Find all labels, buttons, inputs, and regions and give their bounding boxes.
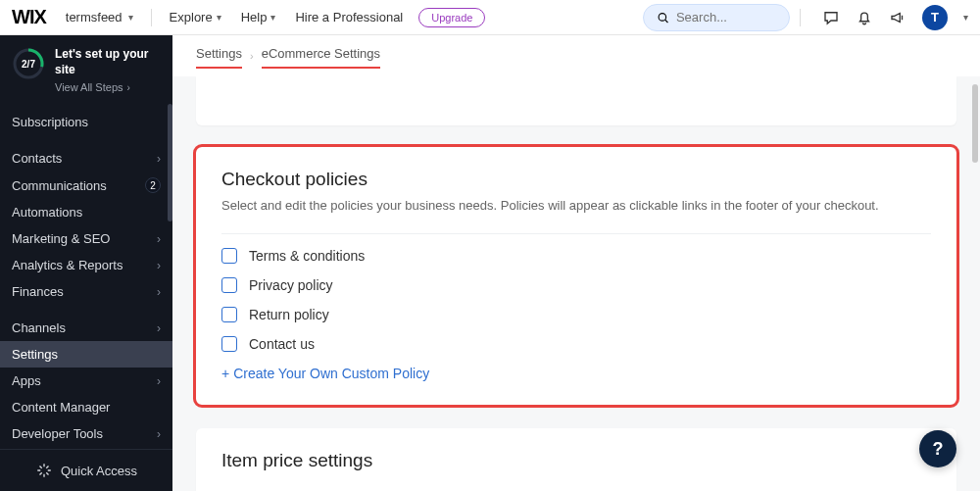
- chevron-right-icon: ›: [127, 82, 130, 93]
- help-button[interactable]: ?: [919, 430, 956, 467]
- checkbox[interactable]: [221, 336, 237, 352]
- chevron-right-icon: ›: [157, 374, 161, 388]
- chevron-right-icon: ›: [157, 232, 161, 246]
- sidebar-item-finances[interactable]: Finances›: [0, 278, 172, 305]
- svg-line-1: [665, 20, 668, 23]
- nav-label: Explore: [170, 10, 213, 25]
- chat-icon[interactable]: [822, 9, 840, 26]
- site-selector[interactable]: termsfeed ▾: [58, 6, 141, 28]
- divider: [800, 9, 801, 26]
- sidebar: 2/7 Let's set up your site View All Step…: [0, 35, 172, 491]
- item-price-settings-card: Item price settings: [196, 428, 956, 492]
- sparkle-icon: [35, 462, 53, 479]
- nav-explore[interactable]: Explore ▾: [162, 6, 229, 28]
- sidebar-item-content-manager[interactable]: Content Manager: [0, 394, 172, 420]
- sidebar-item-channels[interactable]: Channels›: [0, 315, 172, 341]
- setup-title: Let's set up your site: [55, 47, 161, 77]
- sidebar-item-label: Settings: [12, 347, 58, 362]
- sidebar-item-subscriptions[interactable]: Subscriptions: [0, 109, 172, 135]
- nav-hire[interactable]: Hire a Professional: [287, 6, 411, 28]
- setup-link-label: View All Steps: [55, 81, 123, 93]
- divider: [151, 9, 152, 26]
- divider: [221, 233, 931, 234]
- quick-access-button[interactable]: Quick Access: [0, 449, 172, 491]
- megaphone-icon[interactable]: [889, 9, 906, 26]
- view-all-steps-link[interactable]: View All Steps ›: [55, 81, 161, 93]
- sidebar-item-label: Marketing & SEO: [12, 231, 110, 246]
- top-nav: Explore ▾ Help ▾ Hire a Professional: [162, 6, 412, 28]
- badge-count: 2: [145, 177, 161, 193]
- sidebar-item-contacts[interactable]: Contacts›: [0, 145, 172, 172]
- sidebar-item-label: Finances: [12, 284, 64, 299]
- sidebar-item-label: Content Manager: [12, 400, 110, 415]
- top-icons: T ▾: [822, 5, 968, 30]
- sidebar-item-label: Apps: [12, 373, 41, 388]
- chevron-down-icon: ▾: [128, 12, 133, 23]
- breadcrumb-settings[interactable]: Settings: [196, 43, 242, 69]
- avatar[interactable]: T: [922, 5, 948, 30]
- policy-list: Terms & conditionsPrivacy policyReturn p…: [221, 248, 931, 352]
- nav-help[interactable]: Help ▾: [233, 6, 284, 28]
- content-scroll[interactable]: Checkout policies Select and edit the po…: [172, 76, 980, 491]
- chevron-right-icon: ›: [157, 285, 161, 299]
- breadcrumb: Settings › eCommerce Settings: [172, 35, 980, 76]
- policy-item-terms-conditions[interactable]: Terms & conditions: [221, 248, 931, 264]
- sidebar-item-apps[interactable]: Apps›: [0, 368, 172, 394]
- policy-item-contact-us[interactable]: Contact us: [221, 336, 931, 352]
- card-title: Item price settings: [221, 450, 931, 471]
- sidebar-item-label: Communications: [12, 178, 107, 193]
- policy-item-return-policy[interactable]: Return policy: [221, 307, 931, 322]
- setup-progress[interactable]: 2/7 Let's set up your site View All Step…: [0, 35, 172, 107]
- sidebar-item-label: Developer Tools: [12, 426, 103, 441]
- checkbox[interactable]: [221, 277, 237, 293]
- sidebar-item-developer-tools[interactable]: Developer Tools›: [0, 420, 172, 447]
- search-input[interactable]: [676, 10, 777, 25]
- policy-item-label: Terms & conditions: [249, 248, 365, 264]
- main-scrollbar[interactable]: [972, 84, 978, 163]
- create-custom-policy-link[interactable]: + Create Your Own Custom Policy: [221, 366, 931, 381]
- upgrade-button[interactable]: Upgrade: [418, 8, 485, 27]
- previous-card-peek: [196, 76, 956, 125]
- checkout-policies-card: Checkout policies Select and edit the po…: [196, 147, 956, 405]
- site-name: termsfeed: [66, 10, 122, 25]
- sidebar-item-settings[interactable]: Settings: [0, 341, 172, 368]
- sidebar-item-marketing-seo[interactable]: Marketing & SEO›: [0, 225, 172, 252]
- create-custom-policy-label: Create Your Own Custom Policy: [233, 366, 429, 381]
- chevron-right-icon: ›: [157, 152, 161, 166]
- sidebar-item-label: Contacts: [12, 151, 62, 166]
- chevron-right-icon: ›: [157, 427, 161, 441]
- wix-logo[interactable]: WIX: [12, 6, 46, 28]
- card-title: Checkout policies: [221, 169, 931, 190]
- breadcrumb-ecommerce-settings[interactable]: eCommerce Settings: [262, 43, 380, 69]
- nav-label: Help: [241, 10, 268, 25]
- progress-ring: 2/7: [12, 47, 45, 80]
- nav-label: Hire a Professional: [295, 10, 403, 25]
- chevron-right-icon: ›: [157, 259, 161, 272]
- progress-ring-label: 2/7: [12, 47, 45, 80]
- bell-icon[interactable]: [856, 9, 873, 26]
- policy-item-privacy-policy[interactable]: Privacy policy: [221, 277, 931, 293]
- sidebar-item-label: Analytics & Reports: [12, 258, 122, 272]
- sidebar-item-label: Subscriptions: [12, 115, 88, 129]
- sidebar-item-analytics-reports[interactable]: Analytics & Reports›: [0, 252, 172, 278]
- sidebar-item-automations[interactable]: Automations: [0, 199, 172, 225]
- plus-icon: +: [221, 366, 229, 381]
- card-description: Select and edit the policies your busine…: [221, 196, 931, 216]
- main-area: Settings › eCommerce Settings Checkout p…: [172, 35, 980, 491]
- checkbox[interactable]: [221, 307, 237, 322]
- search-icon: [656, 9, 670, 26]
- policy-item-label: Contact us: [249, 336, 315, 352]
- chevron-down-icon[interactable]: ▾: [963, 12, 968, 23]
- quick-access-label: Quick Access: [61, 464, 137, 478]
- topbar: WIX termsfeed ▾ Explore ▾ Help ▾ Hire a …: [0, 0, 980, 35]
- svg-point-0: [659, 13, 665, 20]
- sidebar-item-label: Automations: [12, 205, 82, 220]
- chevron-down-icon: ▾: [270, 12, 275, 23]
- checkbox[interactable]: [221, 248, 237, 264]
- policy-item-label: Return policy: [249, 307, 329, 322]
- search-input-container[interactable]: [643, 4, 790, 31]
- chevron-right-icon: ›: [157, 321, 161, 335]
- sidebar-item-communications[interactable]: Communications2: [0, 172, 172, 199]
- sidebar-item-label: Channels: [12, 320, 66, 335]
- chevron-down-icon: ▾: [217, 12, 221, 23]
